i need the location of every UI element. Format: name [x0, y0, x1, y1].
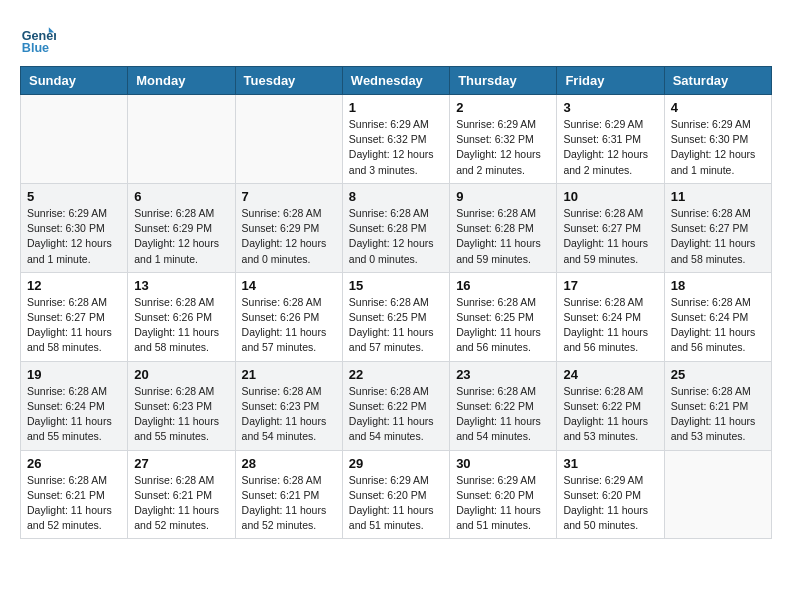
day-info: Sunrise: 6:28 AM Sunset: 6:27 PM Dayligh… — [671, 206, 765, 267]
day-info: Sunrise: 6:28 AM Sunset: 6:22 PM Dayligh… — [456, 384, 550, 445]
day-info: Sunrise: 6:28 AM Sunset: 6:29 PM Dayligh… — [242, 206, 336, 267]
day-number: 31 — [563, 456, 657, 471]
day-number: 18 — [671, 278, 765, 293]
day-info: Sunrise: 6:28 AM Sunset: 6:24 PM Dayligh… — [27, 384, 121, 445]
day-number: 19 — [27, 367, 121, 382]
day-header-monday: Monday — [128, 67, 235, 95]
day-info: Sunrise: 6:28 AM Sunset: 6:23 PM Dayligh… — [242, 384, 336, 445]
day-number: 26 — [27, 456, 121, 471]
day-number: 21 — [242, 367, 336, 382]
calendar-cell: 25Sunrise: 6:28 AM Sunset: 6:21 PM Dayli… — [664, 361, 771, 450]
day-info: Sunrise: 6:28 AM Sunset: 6:21 PM Dayligh… — [671, 384, 765, 445]
calendar-header-row: SundayMondayTuesdayWednesdayThursdayFrid… — [21, 67, 772, 95]
day-info: Sunrise: 6:29 AM Sunset: 6:20 PM Dayligh… — [563, 473, 657, 534]
day-number: 25 — [671, 367, 765, 382]
calendar-cell: 31Sunrise: 6:29 AM Sunset: 6:20 PM Dayli… — [557, 450, 664, 539]
day-info: Sunrise: 6:28 AM Sunset: 6:28 PM Dayligh… — [349, 206, 443, 267]
calendar-cell: 22Sunrise: 6:28 AM Sunset: 6:22 PM Dayli… — [342, 361, 449, 450]
calendar-week-5: 26Sunrise: 6:28 AM Sunset: 6:21 PM Dayli… — [21, 450, 772, 539]
day-number: 3 — [563, 100, 657, 115]
day-number: 9 — [456, 189, 550, 204]
calendar-week-3: 12Sunrise: 6:28 AM Sunset: 6:27 PM Dayli… — [21, 272, 772, 361]
day-number: 7 — [242, 189, 336, 204]
calendar-cell: 29Sunrise: 6:29 AM Sunset: 6:20 PM Dayli… — [342, 450, 449, 539]
calendar-cell: 9Sunrise: 6:28 AM Sunset: 6:28 PM Daylig… — [450, 183, 557, 272]
day-info: Sunrise: 6:28 AM Sunset: 6:24 PM Dayligh… — [671, 295, 765, 356]
day-info: Sunrise: 6:29 AM Sunset: 6:32 PM Dayligh… — [349, 117, 443, 178]
day-number: 2 — [456, 100, 550, 115]
day-info: Sunrise: 6:28 AM Sunset: 6:22 PM Dayligh… — [349, 384, 443, 445]
day-number: 11 — [671, 189, 765, 204]
day-info: Sunrise: 6:29 AM Sunset: 6:32 PM Dayligh… — [456, 117, 550, 178]
calendar-cell: 3Sunrise: 6:29 AM Sunset: 6:31 PM Daylig… — [557, 95, 664, 184]
calendar-cell — [664, 450, 771, 539]
day-info: Sunrise: 6:28 AM Sunset: 6:25 PM Dayligh… — [349, 295, 443, 356]
day-info: Sunrise: 6:29 AM Sunset: 6:20 PM Dayligh… — [456, 473, 550, 534]
day-info: Sunrise: 6:28 AM Sunset: 6:24 PM Dayligh… — [563, 295, 657, 356]
day-number: 28 — [242, 456, 336, 471]
logo-icon: General Blue — [20, 20, 56, 56]
calendar-cell: 15Sunrise: 6:28 AM Sunset: 6:25 PM Dayli… — [342, 272, 449, 361]
calendar-cell: 28Sunrise: 6:28 AM Sunset: 6:21 PM Dayli… — [235, 450, 342, 539]
day-header-wednesday: Wednesday — [342, 67, 449, 95]
day-info: Sunrise: 6:28 AM Sunset: 6:21 PM Dayligh… — [242, 473, 336, 534]
day-info: Sunrise: 6:28 AM Sunset: 6:27 PM Dayligh… — [563, 206, 657, 267]
day-info: Sunrise: 6:28 AM Sunset: 6:21 PM Dayligh… — [134, 473, 228, 534]
day-info: Sunrise: 6:29 AM Sunset: 6:20 PM Dayligh… — [349, 473, 443, 534]
day-info: Sunrise: 6:28 AM Sunset: 6:27 PM Dayligh… — [27, 295, 121, 356]
calendar-cell: 7Sunrise: 6:28 AM Sunset: 6:29 PM Daylig… — [235, 183, 342, 272]
day-number: 15 — [349, 278, 443, 293]
calendar-cell: 24Sunrise: 6:28 AM Sunset: 6:22 PM Dayli… — [557, 361, 664, 450]
calendar-cell: 18Sunrise: 6:28 AM Sunset: 6:24 PM Dayli… — [664, 272, 771, 361]
day-header-tuesday: Tuesday — [235, 67, 342, 95]
day-header-saturday: Saturday — [664, 67, 771, 95]
day-number: 16 — [456, 278, 550, 293]
day-info: Sunrise: 6:28 AM Sunset: 6:26 PM Dayligh… — [242, 295, 336, 356]
calendar-cell: 16Sunrise: 6:28 AM Sunset: 6:25 PM Dayli… — [450, 272, 557, 361]
calendar-cell: 6Sunrise: 6:28 AM Sunset: 6:29 PM Daylig… — [128, 183, 235, 272]
calendar-cell — [235, 95, 342, 184]
calendar-cell: 26Sunrise: 6:28 AM Sunset: 6:21 PM Dayli… — [21, 450, 128, 539]
day-number: 23 — [456, 367, 550, 382]
day-info: Sunrise: 6:29 AM Sunset: 6:30 PM Dayligh… — [671, 117, 765, 178]
day-header-sunday: Sunday — [21, 67, 128, 95]
calendar-table: SundayMondayTuesdayWednesdayThursdayFrid… — [20, 66, 772, 539]
calendar-cell — [21, 95, 128, 184]
calendar-cell: 13Sunrise: 6:28 AM Sunset: 6:26 PM Dayli… — [128, 272, 235, 361]
calendar-cell: 11Sunrise: 6:28 AM Sunset: 6:27 PM Dayli… — [664, 183, 771, 272]
day-info: Sunrise: 6:28 AM Sunset: 6:26 PM Dayligh… — [134, 295, 228, 356]
day-header-friday: Friday — [557, 67, 664, 95]
day-number: 6 — [134, 189, 228, 204]
calendar-cell: 12Sunrise: 6:28 AM Sunset: 6:27 PM Dayli… — [21, 272, 128, 361]
day-number: 5 — [27, 189, 121, 204]
day-header-thursday: Thursday — [450, 67, 557, 95]
calendar-cell: 21Sunrise: 6:28 AM Sunset: 6:23 PM Dayli… — [235, 361, 342, 450]
day-info: Sunrise: 6:28 AM Sunset: 6:29 PM Dayligh… — [134, 206, 228, 267]
day-number: 17 — [563, 278, 657, 293]
day-number: 1 — [349, 100, 443, 115]
calendar-cell: 1Sunrise: 6:29 AM Sunset: 6:32 PM Daylig… — [342, 95, 449, 184]
day-info: Sunrise: 6:28 AM Sunset: 6:25 PM Dayligh… — [456, 295, 550, 356]
logo: General Blue — [20, 20, 56, 56]
calendar-cell: 4Sunrise: 6:29 AM Sunset: 6:30 PM Daylig… — [664, 95, 771, 184]
calendar-week-1: 1Sunrise: 6:29 AM Sunset: 6:32 PM Daylig… — [21, 95, 772, 184]
day-info: Sunrise: 6:28 AM Sunset: 6:21 PM Dayligh… — [27, 473, 121, 534]
day-number: 30 — [456, 456, 550, 471]
day-number: 10 — [563, 189, 657, 204]
calendar-week-2: 5Sunrise: 6:29 AM Sunset: 6:30 PM Daylig… — [21, 183, 772, 272]
day-number: 12 — [27, 278, 121, 293]
day-number: 8 — [349, 189, 443, 204]
svg-text:Blue: Blue — [22, 41, 49, 55]
day-info: Sunrise: 6:28 AM Sunset: 6:23 PM Dayligh… — [134, 384, 228, 445]
day-info: Sunrise: 6:28 AM Sunset: 6:22 PM Dayligh… — [563, 384, 657, 445]
calendar-cell: 20Sunrise: 6:28 AM Sunset: 6:23 PM Dayli… — [128, 361, 235, 450]
day-info: Sunrise: 6:29 AM Sunset: 6:30 PM Dayligh… — [27, 206, 121, 267]
calendar-cell — [128, 95, 235, 184]
day-number: 13 — [134, 278, 228, 293]
calendar-cell: 23Sunrise: 6:28 AM Sunset: 6:22 PM Dayli… — [450, 361, 557, 450]
day-number: 29 — [349, 456, 443, 471]
day-number: 14 — [242, 278, 336, 293]
calendar-cell: 5Sunrise: 6:29 AM Sunset: 6:30 PM Daylig… — [21, 183, 128, 272]
calendar-cell: 10Sunrise: 6:28 AM Sunset: 6:27 PM Dayli… — [557, 183, 664, 272]
day-number: 20 — [134, 367, 228, 382]
